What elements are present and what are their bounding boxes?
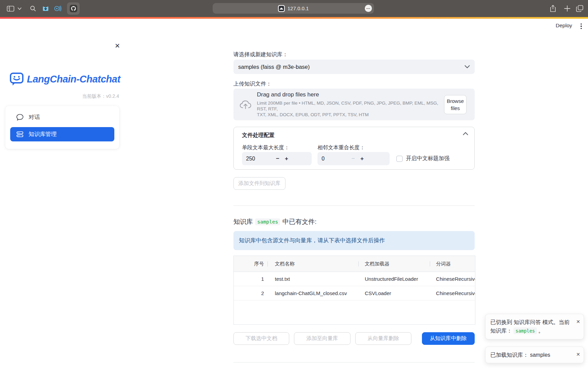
- tab-overview-icon[interactable]: [574, 0, 585, 17]
- toast-mode-switched: ✕ 已切换到 知识库问答 模式。当前知识库：samples。: [485, 314, 584, 339]
- share-icon[interactable]: [548, 0, 558, 17]
- overlap-input[interactable]: − +: [317, 152, 390, 165]
- file-config-expander: 文件处理配置 单段文本最大长度： − + 相邻文本重合长度： − + 开启中文标…: [233, 127, 475, 170]
- dropzone-title: Drag and drop files here: [257, 91, 444, 98]
- sidebar-chevron-icon[interactable]: [16, 0, 22, 17]
- kb-files-heading: 知识库 samples 中已有文件:: [233, 217, 316, 226]
- chevron-down-icon: [464, 65, 470, 68]
- header-divider: [358, 261, 359, 266]
- cloud-upload-icon: [240, 99, 251, 110]
- kb-select-value: samples (faiss @ m3e-base): [238, 64, 310, 70]
- col-header-docname[interactable]: 文档名称: [267, 261, 358, 267]
- col-header-loader[interactable]: 文档加载器: [358, 261, 429, 267]
- cell-index: 2: [234, 290, 267, 296]
- chevron-up-icon[interactable]: [463, 132, 468, 135]
- dropzone-limit-line2: TXT, XML, DOCX, EPUB, ODT, PPT, PPTX, TS…: [257, 112, 444, 118]
- overlap-plus-button[interactable]: +: [358, 155, 366, 162]
- kb-select[interactable]: samples (faiss @ m3e-base): [233, 60, 475, 74]
- new-tab-icon[interactable]: [562, 0, 572, 17]
- col-header-index[interactable]: 序号: [234, 261, 267, 267]
- knowledge-base-icon: [16, 131, 23, 138]
- chat-icon: [16, 114, 23, 121]
- cell-index: 1: [234, 276, 267, 282]
- toast-close-icon[interactable]: ✕: [576, 350, 580, 359]
- divider: [233, 362, 475, 363]
- table-row[interactable]: 1 test.txt UnstructuredFileLoader Chines…: [234, 272, 475, 286]
- toast-text: 已加载知识库： samples: [490, 351, 579, 359]
- pinned-tab-circles-icon[interactable]: [54, 0, 62, 17]
- deploy-button[interactable]: Deploy: [556, 22, 572, 29]
- version-label: 当前版本：v0.2.4: [82, 93, 119, 99]
- pinned-tab-github-icon[interactable]: [67, 0, 80, 17]
- toast-kb-code: samples: [513, 327, 537, 334]
- delete-from-kb-button[interactable]: 从知识库中删除: [422, 332, 475, 345]
- file-dropzone[interactable]: Drag and drop files here Limit 200MB per…: [233, 89, 475, 120]
- kb-name-code: samples: [255, 218, 280, 225]
- sidebar-item-label: 对话: [29, 113, 40, 121]
- dropzone-limit-line1: Limit 200MB per file • HTML, MD, JSON, C…: [257, 100, 444, 112]
- chunk-size-input[interactable]: − +: [242, 152, 312, 165]
- kb-heading-prefix: 知识库: [233, 217, 253, 226]
- table-actions: 下载选中文档 添加至向量库 从向量库删除 从知识库中删除: [233, 332, 475, 345]
- kb-select-label: 请选择或新建知识库：: [233, 51, 288, 58]
- chunk-minus-button[interactable]: −: [273, 155, 282, 162]
- sidebar-item-knowledge-base[interactable]: 知识库管理: [10, 127, 114, 141]
- expander-title[interactable]: 文件处理配置: [242, 132, 468, 139]
- delete-from-vector-button[interactable]: 从向量库删除: [355, 332, 411, 345]
- main-menu-kebab-icon[interactable]: [578, 22, 584, 30]
- files-table: 序号 文档名称 文档加载器 分词器 1 test.txt Unstructure…: [233, 256, 475, 325]
- upload-label: 上传知识文件：: [233, 80, 272, 88]
- browse-files-button[interactable]: Browse files: [444, 95, 467, 114]
- chat-bubble-logo-icon: [10, 72, 24, 87]
- table-row[interactable]: 2 langchain-ChatGLM_closed.csv CSVLoader…: [234, 286, 475, 301]
- cell-splitter: ChineseRecursiveT: [429, 276, 475, 282]
- header-divider: [430, 261, 430, 266]
- toast-text: 已切换到 知识库问答 模式。当前知识库：samples。: [490, 318, 579, 335]
- chunk-size-label: 单段文本最大长度：: [242, 144, 290, 151]
- app-logo: LangChain-Chatchat: [10, 72, 120, 87]
- toast-kb-loaded: ✕ 已加载知识库： samples: [485, 347, 584, 363]
- pinned-tab-cat-icon[interactable]: [42, 0, 50, 17]
- download-selected-button[interactable]: 下载选中文档: [233, 332, 289, 345]
- sidebar-item-dialogue[interactable]: 对话: [10, 110, 114, 124]
- header-divider: [267, 261, 268, 266]
- sidebar-close-icon[interactable]: ✕: [113, 41, 122, 50]
- sidebar: ✕ LangChain-Chatchat 当前版本：v0.2.4 对话 知: [0, 19, 125, 368]
- sidebar-toggle-icon[interactable]: [5, 0, 16, 17]
- kb-heading-suffix: 中已有文件:: [282, 217, 316, 226]
- sidebar-menu: 对话 知识库管理: [5, 106, 119, 149]
- overlap-label: 相邻文本重合长度：: [317, 144, 365, 151]
- app-logo-text: LangChain-Chatchat: [27, 74, 120, 85]
- add-files-button[interactable]: 添加文件到知识库: [233, 177, 285, 190]
- checkbox-box[interactable]: [396, 156, 403, 162]
- cell-docname: langchain-ChatGLM_closed.csv: [267, 290, 358, 296]
- address-bar-more-icon[interactable]: •••: [365, 5, 372, 12]
- add-to-vector-button[interactable]: 添加至向量库: [294, 332, 350, 345]
- cell-docname: test.txt: [267, 276, 358, 282]
- checkbox-label: 开启中文标题加强: [406, 155, 450, 162]
- url-text: 127.0.0.1: [288, 5, 309, 11]
- overlap-value[interactable]: [322, 156, 349, 162]
- info-text: 知识库中包含源文件与向量库，请从下表中选择文件后操作: [239, 237, 385, 244]
- chunk-plus-button[interactable]: +: [282, 155, 291, 162]
- overlap-minus-button[interactable]: −: [349, 155, 358, 162]
- site-favicon: [278, 5, 285, 12]
- toast-text-suffix: 。: [538, 328, 544, 334]
- sidebar-item-label: 知识库管理: [29, 131, 57, 138]
- info-alert: 知识库中包含源文件与向量库，请从下表中选择文件后操作: [233, 231, 475, 250]
- toast-close-icon[interactable]: ✕: [576, 318, 580, 326]
- zh-title-enhance-checkbox[interactable]: 开启中文标题加强: [396, 155, 450, 162]
- cell-loader: UnstructuredFileLoader: [358, 276, 429, 282]
- browser-toolbar: 127.0.0.1 •••: [0, 0, 588, 17]
- dropzone-texts: Drag and drop files here Limit 200MB per…: [257, 91, 444, 118]
- search-icon[interactable]: [29, 0, 37, 17]
- cell-loader: CSVLoader: [358, 290, 429, 296]
- col-header-splitter[interactable]: 分词器: [429, 261, 475, 267]
- cell-splitter: ChineseRecursiveT: [429, 290, 475, 296]
- table-header-row[interactable]: 序号 文档名称 文档加载器 分词器: [234, 256, 475, 272]
- address-bar[interactable]: 127.0.0.1 •••: [213, 3, 374, 14]
- divider: [233, 205, 475, 206]
- chunk-size-value[interactable]: [246, 156, 273, 162]
